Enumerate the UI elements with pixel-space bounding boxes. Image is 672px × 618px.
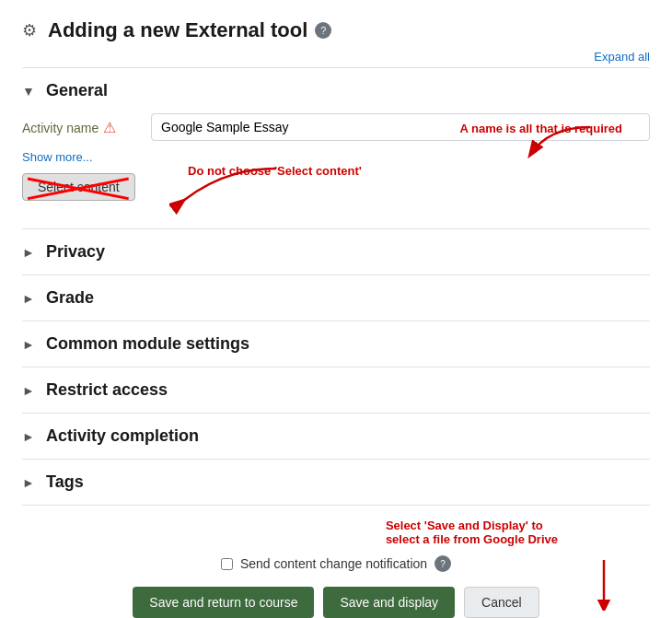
page-title: Adding a new External tool bbox=[48, 18, 307, 42]
chevron-right-icon-tags: ► bbox=[22, 475, 37, 490]
help-icon[interactable]: ? bbox=[315, 22, 331, 39]
select-content-wrapper: Select content bbox=[22, 173, 135, 201]
chevron-right-icon-restrict: ► bbox=[22, 383, 37, 398]
callout-3-area: Select 'Save and Display' to select a fi… bbox=[22, 519, 650, 546]
save-return-button[interactable]: Save and return to course bbox=[133, 587, 314, 618]
section-privacy-title: Privacy bbox=[46, 242, 105, 262]
required-icon: ⚠ bbox=[103, 119, 116, 136]
select-content-area: Select content bbox=[22, 173, 650, 201]
section-common-module-title: Common module settings bbox=[46, 334, 249, 354]
section-restrict: ► Restrict access bbox=[22, 367, 650, 413]
action-buttons: Save and return to course Save and displ… bbox=[22, 587, 650, 618]
section-privacy-header[interactable]: ► Privacy bbox=[22, 229, 650, 274]
callout-3-text: Select 'Save and Display' to select a fi… bbox=[386, 519, 558, 546]
section-general-title: General bbox=[46, 81, 108, 100]
section-activity-completion: ► Activity completion bbox=[22, 413, 650, 459]
chevron-right-icon-grade: ► bbox=[22, 291, 37, 306]
save-display-button[interactable]: Save and display bbox=[323, 587, 455, 618]
notification-row: Send content change notification ? bbox=[22, 555, 650, 572]
callout-2-text: Do not choose 'Select content' bbox=[188, 164, 362, 178]
section-restrict-title: Restrict access bbox=[46, 380, 168, 400]
section-privacy: ► Privacy bbox=[22, 228, 650, 274]
chevron-down-icon: ▼ bbox=[22, 84, 37, 99]
chevron-right-icon-common: ► bbox=[22, 337, 37, 352]
section-common-module: ► Common module settings bbox=[22, 321, 650, 367]
notification-checkbox[interactable] bbox=[221, 558, 233, 570]
bottom-area: Select 'Save and Display' to select a fi… bbox=[22, 505, 650, 618]
section-grade-header[interactable]: ► Grade bbox=[22, 275, 650, 321]
arrow-1-svg bbox=[521, 122, 595, 159]
gear-icon: ⚙ bbox=[22, 20, 37, 41]
cancel-button[interactable]: Cancel bbox=[464, 587, 539, 618]
chevron-right-icon-completion: ► bbox=[22, 429, 37, 444]
section-general-content: Activity name ⚠ A name is all that is re… bbox=[22, 113, 650, 228]
section-activity-completion-header[interactable]: ► Activity completion bbox=[22, 414, 650, 459]
section-restrict-header[interactable]: ► Restrict access bbox=[22, 367, 650, 413]
notification-help-icon[interactable]: ? bbox=[434, 555, 451, 572]
section-general: ▼ General Activity name ⚠ A name is all … bbox=[22, 67, 650, 228]
chevron-right-icon-privacy: ► bbox=[22, 245, 37, 260]
notification-label: Send content change notification bbox=[240, 556, 427, 571]
page-wrapper: ⚙ Adding a new External tool ? Expand al… bbox=[22, 18, 650, 618]
page-header: ⚙ Adding a new External tool ? bbox=[22, 18, 650, 42]
arrow-3-svg bbox=[576, 555, 631, 611]
select-content-button[interactable]: Select content bbox=[22, 173, 135, 201]
section-tags-header[interactable]: ► Tags bbox=[22, 460, 650, 505]
section-tags: ► Tags bbox=[22, 459, 650, 505]
section-grade-title: Grade bbox=[46, 288, 94, 308]
activity-name-label: Activity name ⚠ bbox=[22, 113, 142, 136]
expand-all-link[interactable]: Expand all bbox=[594, 50, 650, 64]
expand-all-row: Expand all bbox=[22, 50, 650, 64]
section-grade: ► Grade bbox=[22, 274, 650, 321]
section-common-module-header[interactable]: ► Common module settings bbox=[22, 321, 650, 367]
select-content-row: Select content bbox=[22, 173, 650, 201]
section-tags-title: Tags bbox=[46, 472, 84, 492]
section-general-header[interactable]: ▼ General bbox=[22, 68, 650, 113]
section-activity-completion-title: Activity completion bbox=[46, 426, 199, 446]
